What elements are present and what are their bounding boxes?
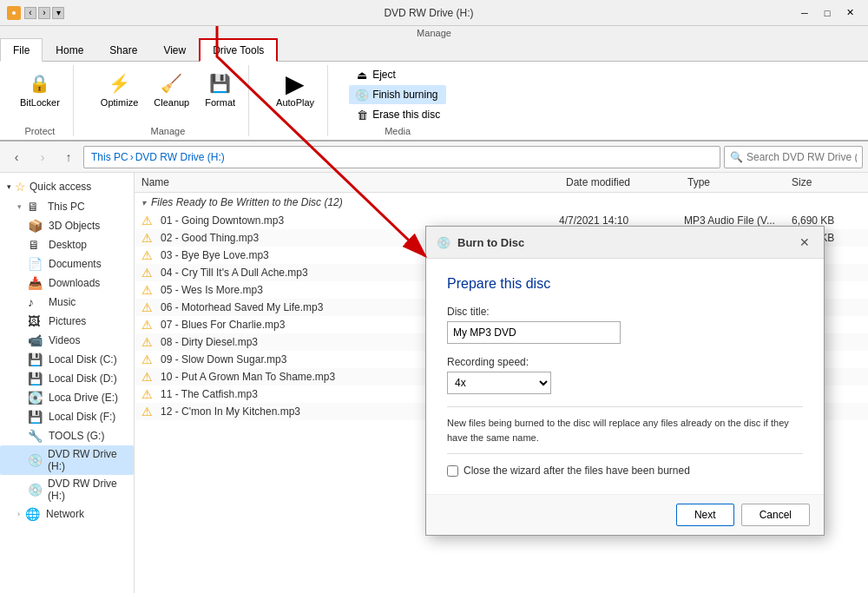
path-this-pc[interactable]: This PC: [91, 151, 128, 163]
locald-icon: 💾: [28, 372, 43, 385]
recording-speed-label: Recording speed:: [447, 356, 803, 368]
recording-speed-select[interactable]: Fastest 8x 4x 2x 1x: [447, 372, 551, 394]
cleanup-button[interactable]: 🧹 Cleanup: [148, 65, 195, 112]
file-icon: ⚠: [141, 353, 157, 366]
sidebar-item-3d[interactable]: 📦 3D Objects: [0, 216, 134, 235]
next-button[interactable]: Next: [676, 504, 734, 526]
finish-burning-button[interactable]: 💿 Finish burning: [349, 85, 446, 104]
sidebar-item-localf[interactable]: 💾 Local Disk (F:): [0, 407, 134, 426]
maximize-button[interactable]: □: [816, 4, 838, 22]
sidebar-item-dvdrw-h[interactable]: 💿 DVD RW Drive (H:): [0, 445, 134, 475]
file-list-header: Name Date modified Type Size: [135, 173, 868, 193]
sidebar-item-documents[interactable]: 📄 Documents: [0, 254, 134, 273]
file-icon: ⚠: [141, 300, 157, 314]
bitlocker-icon: 🔒: [26, 69, 54, 97]
close-wizard-checkbox[interactable]: [447, 465, 458, 477]
manage-buttons: ⚡ Optimize 🧹 Cleanup 💾 Format: [95, 65, 241, 124]
close-wizard-label: Close the wizard after the files have be…: [464, 465, 690, 477]
sidebar-item-label-desktop: Desktop: [49, 239, 87, 251]
tab-share[interactable]: Share: [96, 38, 150, 62]
autoplay-button[interactable]: ▶ AutoPlay: [270, 65, 320, 112]
col-header-type[interactable]: Type: [687, 176, 792, 188]
title-bar: ‹ › ▾ DVD RW Drive (H:) ─ □ ✕: [0, 0, 868, 26]
thispc-toggle: ▾: [17, 202, 22, 211]
up-button[interactable]: ↑: [57, 146, 80, 168]
sidebar-item-pictures[interactable]: 🖼 Pictures: [0, 312, 134, 331]
sidebar-item-label-localc: Local Disk (C:): [49, 353, 117, 366]
search-input[interactable]: [746, 151, 857, 163]
sidebar-item-locald[interactable]: 💾 Local Disk (D:): [0, 369, 134, 388]
sidebar-item-videos[interactable]: 📹 Videos: [0, 331, 134, 350]
eject-icon: ⏏: [355, 68, 369, 82]
address-path[interactable]: This PC › DVD RW Drive (H:): [83, 146, 720, 168]
bitlocker-button[interactable]: 🔒 BitLocker: [14, 65, 66, 112]
erase-disc-icon: 🗑: [355, 108, 369, 122]
3dobjects-icon: 📦: [28, 219, 43, 233]
tab-drive-tools[interactable]: Drive Tools: [199, 38, 278, 62]
svg-point-1: [12, 11, 16, 15]
format-button[interactable]: 💾 Format: [199, 65, 241, 112]
optimize-button[interactable]: ⚡ Optimize: [95, 65, 144, 112]
format-icon: 💾: [207, 69, 234, 97]
file-icon: ⚠: [141, 370, 157, 384]
sidebar-item-desktop[interactable]: 🖥 Desktop: [0, 235, 134, 254]
sidebar-item-label-toolsg: TOOLS (G:): [49, 430, 104, 442]
col-header-name[interactable]: Name: [141, 176, 566, 188]
quick-access-header[interactable]: ▾ ☆ Quick access: [0, 176, 134, 197]
dialog-title-text: Burn to Disc: [457, 236, 524, 249]
tab-file[interactable]: File: [0, 38, 43, 62]
recording-speed-group: Recording speed: Fastest 8x 4x 2x 1x: [447, 356, 803, 394]
sidebar: ▾ ☆ Quick access ▾ 🖥 This PC 📦 3D Object…: [0, 173, 135, 593]
nav-back-title[interactable]: ‹: [24, 7, 36, 19]
ribbon-group-media: ⏏ Eject 💿 Finish burning 🗑 Erase this di…: [342, 65, 453, 136]
quick-access-label: Quick access: [30, 181, 91, 193]
eject-button[interactable]: ⏏ Eject: [349, 65, 446, 84]
search-box[interactable]: 🔍: [724, 146, 863, 168]
sidebar-item-toolsg[interactable]: 🔧 TOOLS (G:): [0, 426, 134, 445]
file-icon: ⚠: [141, 387, 157, 401]
erase-disc-button[interactable]: 🗑 Erase this disc: [349, 105, 446, 124]
sidebar-item-dvdrw-h2[interactable]: 💿 DVD RW Drive (H:): [0, 475, 134, 504]
documents-icon: 📄: [28, 257, 43, 271]
ribbon-group-protect: 🔒 BitLocker Protect: [7, 65, 74, 136]
dropdown-title[interactable]: ▾: [52, 7, 64, 19]
sidebar-item-network[interactable]: › 🌐 Network: [0, 504, 134, 524]
info-text: New files being burned to the disc will …: [447, 406, 803, 454]
pictures-icon: 🖼: [28, 314, 43, 328]
dvdrw-h-icon: 💿: [28, 453, 43, 467]
dvdrw-h2-icon: 💿: [28, 483, 43, 497]
file-icon: ⚠: [141, 266, 157, 280]
sidebar-item-label-dvdrw-h: DVD RW Drive (H:): [48, 448, 127, 472]
dialog-close-button[interactable]: ✕: [796, 234, 813, 251]
tab-view[interactable]: View: [150, 38, 199, 62]
forward-button[interactable]: ›: [31, 146, 54, 168]
col-header-size[interactable]: Size: [792, 176, 861, 188]
file-group-header[interactable]: ▾ Files Ready to Be Written to the Disc …: [135, 193, 868, 212]
ribbon-content: 🔒 BitLocker Protect ⚡ Optimize 🧹 Cleanup…: [0, 62, 868, 142]
downloads-icon: 📥: [28, 276, 43, 290]
minimize-button[interactable]: ─: [793, 4, 816, 22]
disc-title-input[interactable]: [447, 321, 621, 344]
file-name: 01 - Going Downtown.mp3: [161, 214, 556, 227]
sidebar-item-label-3d: 3D Objects: [49, 220, 100, 232]
nav-forward-title[interactable]: ›: [38, 7, 50, 19]
file-icon: ⚠: [141, 335, 157, 349]
sidebar-item-downloads[interactable]: 📥 Downloads: [0, 273, 134, 293]
sidebar-item-music[interactable]: ♪ Music: [0, 293, 134, 312]
close-button[interactable]: ✕: [838, 4, 861, 22]
sidebar-item-localc[interactable]: 💾 Local Disk (C:): [0, 350, 134, 369]
file-icon: ⚠: [141, 318, 157, 332]
col-header-date[interactable]: Date modified: [566, 176, 687, 188]
tab-home[interactable]: Home: [43, 38, 96, 62]
sidebar-item-thispc[interactable]: ▾ 🖥 This PC: [0, 197, 134, 216]
sidebar-item-label-videos: Videos: [49, 334, 80, 346]
back-button[interactable]: ‹: [5, 146, 28, 168]
sidebar-item-locale[interactable]: 💽 Loca Drive (E:): [0, 388, 134, 407]
sidebar-item-label-documents: Documents: [49, 258, 102, 270]
thispc-icon: 🖥: [27, 200, 43, 214]
toolsg-icon: 🔧: [28, 429, 43, 443]
file-type: MP3 Audio File (V...: [684, 214, 788, 227]
cancel-button[interactable]: Cancel: [741, 504, 810, 526]
locale-icon: 💽: [28, 391, 43, 405]
path-drive[interactable]: DVD RW Drive (H:): [135, 151, 225, 163]
